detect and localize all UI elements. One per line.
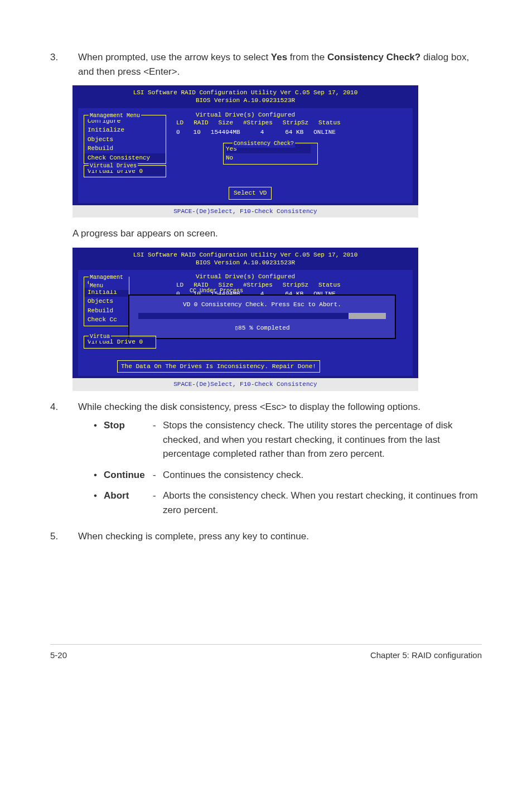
repair-done-msg: The Data On The Drives Is Inconsistency.…	[117, 360, 320, 373]
menu-objects-2[interactable]: Objects	[84, 297, 129, 306]
management-menu-title: Management Menu	[89, 112, 141, 120]
menu-rebuild[interactable]: Rebuild	[84, 144, 166, 153]
bios-screenshot-2: LSI Software RAID Configuration Utility …	[72, 248, 418, 391]
cell-stripsz: 64 KB	[285, 128, 303, 137]
step3-text-before: When prompted, use the arrow keys to sel…	[78, 52, 271, 62]
opt-continue: • Continue - Continues the consistency c…	[94, 468, 482, 482]
hdr-raid: RAID	[194, 118, 208, 128]
step4-text: While checking the disk consistency, pre…	[78, 400, 482, 414]
hdr-stripsz: StripSz	[283, 118, 308, 128]
menu-rebuild-2[interactable]: Rebuild	[84, 306, 129, 316]
progress-appears-text: A progress bar appears on screen.	[72, 226, 482, 241]
step-text: When prompted, use the arrow keys to sel…	[78, 50, 482, 79]
cell-size: 154494MB	[211, 128, 240, 137]
step-3: 3. When prompted, use the arrow keys to …	[50, 50, 482, 79]
hdr-status: Status	[318, 281, 341, 290]
opt-dash: -	[153, 468, 163, 482]
opt-dash: -	[153, 418, 163, 461]
bullet-icon: •	[94, 489, 104, 517]
menu-objects[interactable]: Objects	[84, 135, 166, 144]
bios1-body: Virtual Drive(s) Configured LD RAID Size…	[78, 108, 413, 203]
virtual-drives-box-2[interactable]: Virtua Virtual Drive 0	[84, 336, 156, 349]
hdr-stripsz: StripSz	[283, 281, 308, 290]
opt-continue-bold: Continue	[104, 470, 145, 480]
hdr-status: Status	[318, 118, 341, 128]
opt-abort-desc: Aborts the consistency check. When you r…	[163, 489, 482, 517]
cc-under-process: CC Under Process	[190, 287, 243, 295]
management-menu[interactable]: Management Menu Configure Initialize Obj…	[84, 115, 166, 165]
step3-text-mid: from the	[287, 52, 327, 62]
footer-divider	[50, 644, 482, 645]
cc-no[interactable]: No	[226, 153, 315, 163]
step-5: 5. When checking is complete, press any …	[50, 529, 482, 544]
step3-yes: Yes	[271, 52, 287, 62]
bios2-title-line1: LSI Software RAID Configuration Utility …	[72, 251, 418, 259]
chapter-title: Chapter 5: RAID configuration	[370, 649, 482, 662]
progress-dialog: VD 0 Consistency Check. Press Esc to Abo…	[128, 294, 396, 339]
opt-abort-bold: Abort	[104, 490, 129, 501]
hdr-size: Size	[219, 118, 233, 128]
menu-checkcc-2[interactable]: Check Cc	[84, 315, 129, 325]
cc-dialog-title: Consistency Check?	[233, 139, 295, 148]
opt-abort: • Abort - Aborts the consistency check. …	[94, 489, 482, 517]
hdr-stripes: #Stripes	[243, 118, 273, 128]
progress-pct: ▯85 % Completed	[135, 323, 389, 333]
opt-abort-label: Abort	[104, 489, 153, 517]
bios2-footer: SPACE-(De)Select, F10-Check Consistency	[72, 378, 418, 391]
cell-ld: 0	[176, 128, 180, 137]
bios1-table-header: LD RAID Size #Stripes StripSz Status	[176, 118, 409, 128]
cell-raid: 10	[194, 128, 201, 137]
hdr-stripes: #Stripes	[243, 281, 273, 290]
opt-dash: -	[153, 489, 163, 517]
bios2-title: LSI Software RAID Configuration Utility …	[72, 248, 418, 268]
management-menu-2[interactable]: Management Menu Configure Initiali Objec…	[84, 277, 129, 326]
select-vd-button[interactable]: Select VD	[229, 187, 272, 200]
step5-text: When checking is complete, press any key…	[78, 529, 482, 544]
hdr-ld: LD	[176, 118, 183, 128]
opt-stop: • Stop - Stops the consistency check. Th…	[94, 418, 482, 461]
step-4: 4. While checking the disk consistency, …	[50, 400, 482, 524]
step4-options: • Stop - Stops the consistency check. Th…	[94, 418, 482, 517]
bios1-table-row: 0 10 154494MB 4 64 KB ONLINE	[176, 128, 409, 137]
opt-stop-desc: Stops the consistency check. The utility…	[163, 418, 482, 461]
virtual-drives-box[interactable]: Virtual Drives Virtual Drive 0	[84, 165, 166, 178]
cell-status: ONLINE	[313, 128, 336, 137]
consistency-check-dialog[interactable]: Consistency Check? Yes No	[223, 143, 318, 165]
step-number: 3.	[50, 50, 78, 79]
step3-cc: Consistency Check?	[327, 52, 420, 62]
management-menu-title-2: Management Menu	[89, 273, 129, 290]
bios1-footer: SPACE-(De)Select, F10-Check Consistency	[72, 205, 418, 218]
bios2-body: Virtual Drive(s) Configured LD RAID Size…	[78, 270, 413, 376]
page-footer: 5-20 Chapter 5: RAID configuration	[50, 649, 482, 662]
opt-continue-label: Continue	[104, 468, 153, 482]
cell-stripes: 4	[260, 128, 264, 137]
bios1-title: LSI Software RAID Configuration Utility …	[72, 85, 418, 106]
opt-stop-bold: Stop	[104, 420, 125, 431]
bullet-icon: •	[94, 418, 104, 461]
progress-bar	[138, 313, 386, 319]
opt-continue-desc: Continues the consistency check.	[163, 468, 482, 482]
bios2-title-line2: BIOS Version A.10.09231523R	[72, 259, 418, 267]
opt-stop-label: Stop	[104, 418, 153, 461]
vd-box-title-2: Virtua	[89, 332, 111, 341]
step-number: 4.	[50, 400, 78, 524]
page-number: 5-20	[50, 649, 67, 662]
hdr-ld: LD	[176, 281, 183, 290]
bios1-title-line1: LSI Software RAID Configuration Utility …	[72, 89, 418, 96]
menu-initialize[interactable]: Initialize	[84, 125, 166, 135]
step4-body: While checking the disk consistency, pre…	[78, 400, 482, 524]
bios1-title-line2: BIOS Version A.10.09231523R	[72, 96, 418, 104]
progress-bar-remaining	[349, 313, 386, 319]
progress-msg: VD 0 Consistency Check. Press Esc to Abo…	[135, 300, 389, 310]
bios-screenshot-1: LSI Software RAID Configuration Utility …	[72, 85, 418, 218]
bullet-icon: •	[94, 468, 104, 482]
step-number: 5.	[50, 529, 78, 544]
vd-box-title: Virtual Drives	[89, 162, 138, 170]
